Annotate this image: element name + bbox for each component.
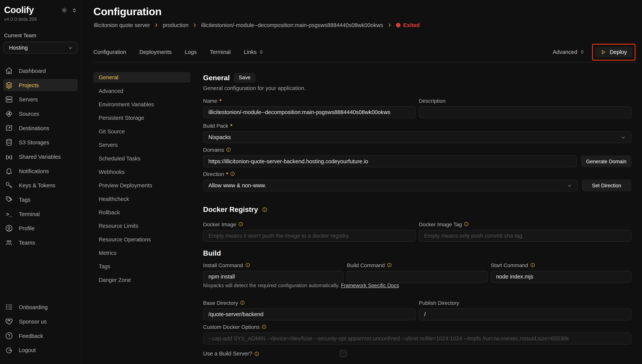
subnav-tags[interactable]: Tags — [93, 261, 190, 272]
info-icon[interactable] — [240, 300, 245, 305]
tab-logs[interactable]: Logs — [185, 49, 197, 55]
sidebar-item-teams[interactable]: Teams — [3, 236, 78, 249]
required-asterisk: * — [226, 171, 228, 177]
sidebar-item-feedback[interactable]: Feedback — [3, 330, 78, 342]
custom-docker-options-label: Custom Docker Options — [203, 324, 259, 330]
info-icon[interactable] — [464, 222, 469, 227]
config-subnav: General Advanced Environment Variables P… — [93, 72, 190, 288]
subnav-webhooks[interactable]: Webhooks — [93, 166, 190, 177]
info-icon[interactable] — [226, 147, 231, 152]
docker-registry-heading: Docker Registry — [203, 205, 258, 214]
build-command-input[interactable] — [347, 271, 487, 283]
build-pack-select[interactable]: Nixpacks — [203, 131, 631, 143]
variables-icon: (x) — [5, 154, 14, 159]
info-icon[interactable] — [262, 207, 267, 212]
sidebar-item-tags[interactable]: Tags — [3, 194, 78, 206]
name-field: Name* — [203, 98, 416, 118]
subnav-environment-variables[interactable]: Environment Variables — [93, 99, 190, 110]
app-logo[interactable]: Coolify — [4, 5, 34, 16]
info-icon[interactable] — [238, 222, 243, 227]
info-icon[interactable] — [245, 262, 250, 268]
sidebar-item-terminal[interactable]: >_ Terminal — [3, 208, 78, 220]
subnav-advanced[interactable]: Advanced — [93, 86, 190, 96]
team-select[interactable]: Hosting — [3, 42, 78, 54]
sidebar-item-notifications[interactable]: Notifications — [3, 165, 78, 177]
layers-icon — [5, 81, 14, 89]
tab-links[interactable]: Links — [244, 49, 264, 55]
sidebar-item-profile[interactable]: Profile — [3, 222, 78, 234]
subnav-healthcheck[interactable]: Healthcheck — [93, 194, 190, 204]
checklist-icon — [5, 303, 14, 311]
subnav-rollback[interactable]: Rollback — [93, 207, 190, 218]
build-server-checkbox[interactable] — [340, 350, 347, 357]
publish-directory-input[interactable] — [419, 308, 631, 320]
domains-input[interactable] — [203, 156, 577, 168]
selector-icon — [580, 50, 585, 54]
info-icon[interactable] — [254, 351, 259, 356]
current-team-label: Current Team — [4, 32, 77, 38]
breadcrumb-project[interactable]: illicitonion quote server — [94, 22, 150, 28]
generate-domain-button[interactable]: Generate Domain — [581, 156, 631, 168]
breadcrumb-environment[interactable]: production — [163, 22, 188, 28]
info-icon[interactable] — [387, 262, 392, 268]
info-icon[interactable] — [530, 262, 535, 268]
chevron-down-icon — [620, 134, 626, 140]
theme-sun-icon[interactable] — [61, 7, 68, 14]
advanced-menu[interactable]: Advanced — [553, 49, 585, 55]
sidebar-item-sponsor[interactable]: Sponsor us — [3, 316, 78, 328]
theme-selector-icon[interactable] — [72, 8, 77, 13]
build-command-field: Build Command — [347, 262, 487, 283]
subnav-resource-limits[interactable]: Resource Limits — [93, 220, 190, 231]
name-input[interactable] — [203, 106, 416, 118]
start-command-input[interactable] — [491, 271, 631, 283]
map-icon — [5, 124, 14, 132]
tab-terminal[interactable]: Terminal — [210, 49, 231, 55]
subnav-general[interactable]: General — [93, 72, 190, 83]
save-button[interactable]: Save — [234, 73, 255, 83]
build-server-label: Use a Build Server? — [203, 350, 252, 356]
tab-deployments[interactable]: Deployments — [139, 49, 172, 55]
sidebar-item-sources[interactable]: Sources — [3, 108, 78, 120]
set-direction-button[interactable]: Set Direction — [582, 180, 631, 192]
publish-directory-label: Publish Directory — [419, 300, 459, 306]
custom-docker-options-input[interactable] — [203, 332, 631, 344]
direction-select[interactable]: Allow www & non-www. — [203, 180, 578, 192]
subnav-persistent-storage[interactable]: Persistent Storage — [93, 112, 190, 123]
status-badge: Exited — [396, 22, 420, 28]
info-icon[interactable] — [262, 324, 267, 329]
subnav-danger-zone[interactable]: Danger Zone — [93, 274, 190, 285]
sidebar-item-keys-tokens[interactable]: Keys & Tokens — [3, 179, 78, 192]
install-command-input[interactable] — [203, 271, 344, 283]
framework-docs-link[interactable]: Framework Specific Docs — [341, 283, 399, 288]
base-directory-input[interactable] — [203, 308, 416, 320]
sidebar-item-dashboard[interactable]: Dashboard — [3, 65, 78, 77]
docker-image-tag-input[interactable] — [419, 230, 631, 242]
sidebar-item-onboarding[interactable]: Onboarding — [3, 301, 78, 313]
tag-icon — [5, 196, 14, 204]
tab-configuration[interactable]: Configuration — [93, 49, 126, 55]
subnav-scheduled-tasks[interactable]: Scheduled Tasks — [93, 153, 190, 164]
heart-handshake-icon — [5, 318, 14, 326]
sidebar-item-logout[interactable]: Logout — [3, 344, 78, 356]
subnav-metrics[interactable]: Metrics — [93, 248, 190, 258]
subnav-servers[interactable]: Servers — [93, 140, 190, 150]
sidebar-item-s3-storages[interactable]: S3 Storages — [3, 136, 78, 148]
docker-image-tag-field: Docker Image Tag — [419, 221, 631, 242]
help-circle-icon — [5, 332, 14, 340]
coolify-app: Coolify v4.0.0-beta.399 Current Team Hos… — [0, 0, 642, 364]
sidebar-item-shared-variables[interactable]: (x) Shared Variables — [3, 150, 78, 163]
sidebar-item-projects[interactable]: Projects — [3, 79, 78, 91]
sidebar-bottom-nav: Onboarding Sponsor us Feedback Logout — [3, 301, 78, 358]
sidebar-item-servers[interactable]: Servers — [3, 93, 78, 106]
description-label: Description — [419, 98, 446, 104]
description-input[interactable] — [419, 106, 631, 118]
user-circle-icon — [5, 224, 14, 232]
subnav-resource-operations[interactable]: Resource Operations — [93, 234, 190, 244]
sidebar-item-destinations[interactable]: Destinations — [3, 122, 78, 134]
info-icon[interactable] — [230, 172, 235, 176]
subnav-git-source[interactable]: Git Source — [93, 126, 190, 136]
deploy-button[interactable]: Deploy — [595, 46, 632, 57]
subnav-preview-deployments[interactable]: Preview Deployments — [93, 180, 190, 190]
breadcrumb-application[interactable]: illicitestonion/-module--decomposition:m… — [201, 22, 383, 28]
docker-image-input[interactable] — [203, 230, 416, 242]
